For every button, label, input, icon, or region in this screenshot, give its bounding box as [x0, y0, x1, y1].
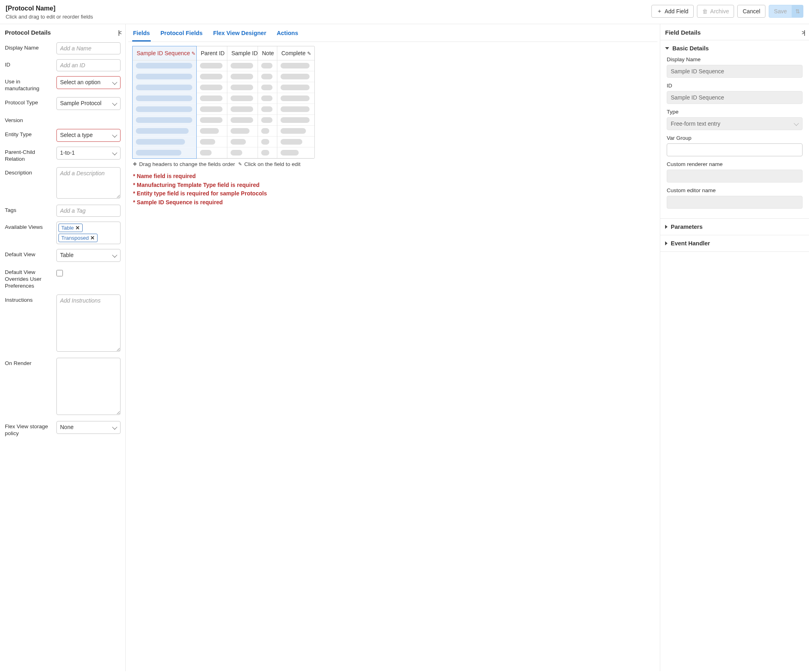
- cancel-button[interactable]: Cancel: [737, 5, 765, 18]
- flex-policy-select[interactable]: None: [56, 421, 121, 434]
- add-field-button[interactable]: ＋ Add Field: [651, 5, 694, 18]
- description-textarea[interactable]: [56, 167, 121, 199]
- entity-type-label: Entity Type: [5, 129, 53, 138]
- grid-cell[interactable]: [277, 147, 314, 158]
- placeholder-pill: [136, 128, 189, 134]
- grid-cell[interactable]: [258, 93, 277, 104]
- grid-header-cell[interactable]: Parent ID: [197, 46, 227, 60]
- placeholder-pill: [136, 139, 185, 145]
- protocol-type-select[interactable]: Sample Protocol: [56, 97, 121, 110]
- grid-cell[interactable]: [258, 147, 277, 158]
- grid-cell[interactable]: [227, 104, 258, 115]
- grid-cell[interactable]: [133, 115, 196, 126]
- archive-button[interactable]: 🗑 Archive: [697, 5, 734, 18]
- grid-cell[interactable]: [277, 137, 314, 147]
- grid-cell[interactable]: [197, 104, 227, 115]
- grid-cell[interactable]: [197, 93, 227, 104]
- grid-cell[interactable]: [258, 60, 277, 71]
- grid-cell[interactable]: [227, 137, 258, 147]
- grid-cell[interactable]: [277, 93, 314, 104]
- grid-cell[interactable]: [133, 60, 196, 71]
- grid-cell[interactable]: [227, 93, 258, 104]
- grid-cell[interactable]: [277, 126, 314, 137]
- default-view-select[interactable]: Table: [56, 249, 121, 262]
- on-render-textarea[interactable]: [56, 358, 121, 415]
- fd-vargroup-input[interactable]: [667, 143, 803, 156]
- fd-renderer-label: Custom renderer name: [667, 161, 803, 167]
- instructions-textarea[interactable]: [56, 295, 121, 352]
- tab-fields[interactable]: Fields: [132, 28, 151, 41]
- grid-header-cell[interactable]: Complete✎: [277, 46, 314, 60]
- grid-cell[interactable]: [258, 137, 277, 147]
- edit-hint: Click on the field to edit: [244, 161, 301, 167]
- grid-cell[interactable]: [197, 115, 227, 126]
- chip-table[interactable]: Table✕: [58, 224, 83, 232]
- tags-label: Tags: [5, 205, 53, 214]
- grid-cell[interactable]: [133, 82, 196, 93]
- grid-cell[interactable]: [277, 104, 314, 115]
- dv-override-label: Default View Overrides User Preferences: [5, 267, 53, 290]
- grid-cell[interactable]: [277, 82, 314, 93]
- section-event-handler-toggle[interactable]: Event Handler: [660, 235, 809, 251]
- grid-cell[interactable]: [227, 115, 258, 126]
- fd-id-label: ID: [667, 83, 803, 89]
- grid-cell[interactable]: [227, 60, 258, 71]
- grid-header-cell[interactable]: Sample ID Sequence✎: [133, 46, 196, 60]
- tab-actions[interactable]: Actions: [276, 28, 299, 41]
- grid-cell[interactable]: [133, 93, 196, 104]
- chip-label: Table: [61, 225, 74, 231]
- collapse-left-icon[interactable]: |<: [118, 29, 121, 36]
- grid-cell[interactable]: [258, 82, 277, 93]
- grid-cell[interactable]: [258, 126, 277, 137]
- grid-cell[interactable]: [227, 126, 258, 137]
- grid-header-cell[interactable]: Sample ID: [227, 46, 258, 60]
- grid-cell[interactable]: [197, 60, 227, 71]
- grid-cell[interactable]: [133, 137, 196, 147]
- grid-cell[interactable]: [258, 71, 277, 82]
- grid-cell[interactable]: [227, 71, 258, 82]
- grid-cell[interactable]: [133, 126, 196, 137]
- grid-cell[interactable]: [197, 126, 227, 137]
- grid-cell[interactable]: [227, 147, 258, 158]
- section-basic-toggle[interactable]: Basic Details: [660, 40, 809, 56]
- dv-override-checkbox[interactable]: [56, 270, 63, 276]
- collapse-right-icon[interactable]: >|: [802, 29, 804, 36]
- grid-cell[interactable]: [277, 60, 314, 71]
- placeholder-pill: [231, 128, 250, 134]
- chip-transposed[interactable]: Transposed✕: [58, 234, 98, 242]
- display-name-input[interactable]: [56, 42, 121, 54]
- archive-label: Archive: [710, 8, 729, 15]
- save-dropdown-button[interactable]: ⇅: [792, 5, 803, 18]
- tab-flex-view[interactable]: Flex View Designer: [212, 28, 267, 41]
- validation-errors: * Name field is required* Manufacturing …: [132, 170, 653, 209]
- fd-type-value: Free-form text entry: [667, 117, 803, 130]
- entity-type-select[interactable]: Select a type: [56, 129, 121, 142]
- section-parameters-toggle[interactable]: Parameters: [660, 219, 809, 235]
- grid-cell[interactable]: [197, 137, 227, 147]
- placeholder-pill: [200, 85, 223, 90]
- close-icon[interactable]: ✕: [90, 235, 95, 241]
- grid-header-cell[interactable]: Note: [258, 46, 277, 60]
- tags-input[interactable]: [56, 205, 121, 217]
- section-basic-label: Basic Details: [672, 45, 709, 52]
- grid-cell[interactable]: [197, 147, 227, 158]
- grid-cell[interactable]: [133, 147, 196, 158]
- tab-protocol-fields[interactable]: Protocol Fields: [160, 28, 204, 41]
- fields-designer-panel: Fields Protocol Fields Flex View Designe…: [126, 24, 660, 671]
- grid-cell[interactable]: [277, 71, 314, 82]
- grid-cell[interactable]: [258, 115, 277, 126]
- id-input[interactable]: [56, 59, 121, 71]
- grid-cell[interactable]: [133, 71, 196, 82]
- close-icon[interactable]: ✕: [75, 225, 80, 231]
- grid-cell[interactable]: [277, 115, 314, 126]
- avail-views-chips[interactable]: Table✕ Transposed✕: [56, 222, 121, 244]
- grid-cell[interactable]: [258, 104, 277, 115]
- placeholder-pill: [261, 128, 269, 134]
- grid-cell[interactable]: [197, 71, 227, 82]
- grid-cell[interactable]: [133, 104, 196, 115]
- save-button[interactable]: Save: [769, 5, 792, 18]
- parent-child-select[interactable]: 1-to-1: [56, 147, 121, 160]
- grid-cell[interactable]: [227, 82, 258, 93]
- grid-cell[interactable]: [197, 82, 227, 93]
- use-in-mfg-select[interactable]: Select an option: [56, 76, 121, 89]
